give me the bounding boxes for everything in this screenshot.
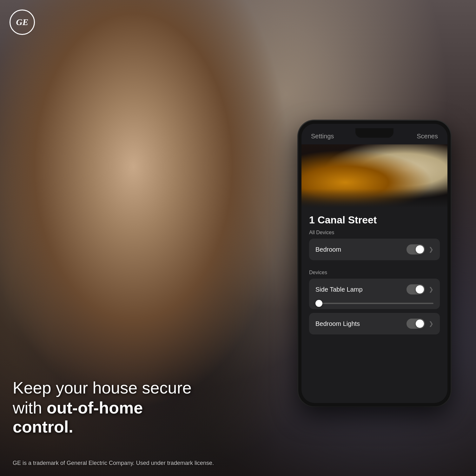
phone-location-section: 1 Canal Street All Devices Bedroom ❯: [301, 208, 447, 263]
bedroom-toggle[interactable]: [407, 244, 425, 255]
devices-label: Devices: [309, 270, 440, 275]
bedroom-lights-chevron-icon[interactable]: ❯: [429, 320, 433, 327]
side-table-lamp-toggle[interactable]: [407, 284, 425, 294]
bedroom-chevron-icon[interactable]: ❯: [429, 246, 433, 253]
brightness-slider-row: [309, 300, 440, 309]
tagline-line1: Keep your house secure: [13, 379, 197, 398]
phone-hero-image: [301, 144, 447, 208]
bedroom-toggle-group: ❯: [407, 244, 433, 255]
all-devices-label: All Devices: [309, 230, 440, 235]
bedroom-lights-toggle[interactable]: [407, 319, 425, 329]
side-table-lamp-toggle-knob: [416, 285, 424, 294]
bedroom-row[interactable]: Bedroom ❯: [309, 239, 440, 260]
phone-notch: [355, 128, 393, 138]
side-table-lamp-toggle-group: ❯: [407, 284, 433, 294]
phone-frame: Settings Scenes 1 Canal Street All Devic…: [298, 121, 451, 406]
scenes-button[interactable]: Scenes: [417, 133, 438, 140]
tagline-line2: with out-of-home control.: [13, 399, 197, 437]
ge-logo-text: GE: [16, 17, 29, 27]
tagline-block: Keep your house secure with out-of-home …: [13, 379, 197, 438]
ge-logo: GE: [10, 10, 35, 35]
side-table-lamp-group: Side Table Lamp ❯: [309, 279, 440, 309]
location-title: 1 Canal Street: [309, 214, 440, 226]
bedroom-lights-toggle-knob: [416, 320, 424, 328]
disclaimer-text: GE is a trademark of General Electric Co…: [13, 460, 214, 466]
brightness-slider-track[interactable]: [315, 303, 433, 304]
phone-screen: Settings Scenes 1 Canal Street All Devic…: [301, 124, 447, 403]
side-table-lamp-row[interactable]: Side Table Lamp ❯: [309, 279, 440, 300]
side-table-lamp-label: Side Table Lamp: [315, 286, 363, 293]
settings-button[interactable]: Settings: [311, 133, 334, 140]
bedroom-lights-toggle-group: ❯: [407, 319, 433, 329]
side-table-lamp-chevron-icon[interactable]: ❯: [429, 286, 433, 293]
phone-container: Settings Scenes 1 Canal Street All Devic…: [298, 121, 451, 406]
devices-section: Devices Side Table Lamp ❯: [301, 263, 447, 337]
brightness-slider-thumb[interactable]: [315, 300, 322, 307]
bedroom-lights-label: Bedroom Lights: [315, 320, 360, 327]
bedroom-lights-row[interactable]: Bedroom Lights ❯: [309, 313, 440, 334]
bedroom-label: Bedroom: [315, 246, 341, 253]
bedroom-toggle-knob: [416, 245, 424, 254]
